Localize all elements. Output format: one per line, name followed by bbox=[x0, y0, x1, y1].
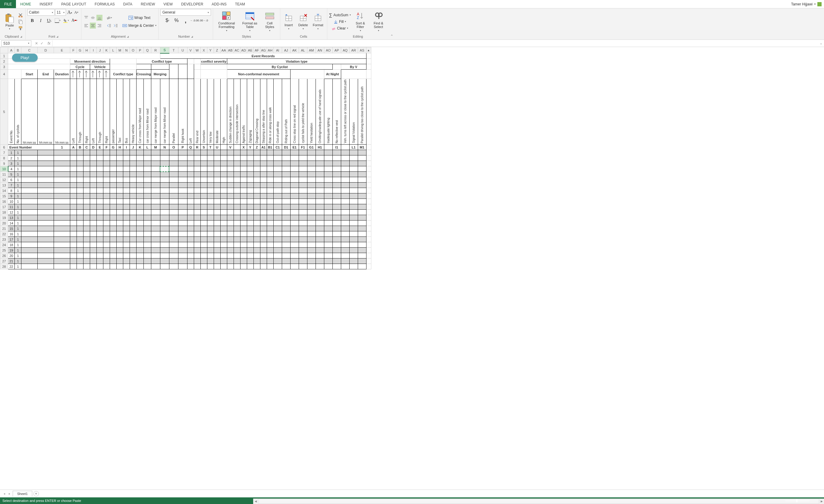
cell[interactable] bbox=[324, 248, 332, 253]
cell[interactable] bbox=[123, 177, 130, 182]
cell[interactable] bbox=[117, 177, 123, 182]
cell[interactable] bbox=[240, 242, 247, 248]
cell[interactable] bbox=[316, 166, 324, 172]
cell[interactable] bbox=[144, 242, 151, 248]
cell[interactable] bbox=[77, 237, 84, 242]
cell[interactable] bbox=[233, 182, 240, 188]
cell[interactable] bbox=[200, 204, 207, 210]
cell[interactable] bbox=[21, 161, 38, 166]
grow-font-button[interactable]: A▴ bbox=[67, 9, 73, 15]
cell[interactable] bbox=[169, 253, 178, 258]
row-header[interactable]: 11 bbox=[0, 172, 8, 177]
border-button[interactable]: ▾ bbox=[55, 17, 61, 23]
cell[interactable] bbox=[267, 172, 273, 177]
cut-button[interactable] bbox=[17, 12, 23, 18]
column-header[interactable]: AP bbox=[332, 47, 341, 53]
cell[interactable] bbox=[358, 242, 366, 248]
play-button[interactable]: Play! bbox=[12, 53, 38, 62]
cell[interactable] bbox=[160, 161, 169, 166]
cell[interactable] bbox=[290, 210, 299, 215]
cell[interactable] bbox=[160, 199, 169, 204]
cell[interactable] bbox=[151, 194, 160, 199]
cell[interactable] bbox=[267, 237, 273, 242]
cell[interactable] bbox=[130, 248, 136, 253]
cell[interactable] bbox=[70, 237, 77, 242]
column-header[interactable]: A bbox=[8, 47, 15, 53]
cell[interactable] bbox=[220, 231, 227, 237]
cell[interactable] bbox=[90, 258, 97, 264]
cell[interactable] bbox=[103, 161, 110, 166]
spreadsheet-grid[interactable]: Play! ABCDEFGHIJKLMNOPQRSTUVWXYZAAABACAD… bbox=[0, 47, 824, 490]
cell[interactable] bbox=[324, 172, 332, 177]
cell[interactable] bbox=[123, 210, 130, 215]
cell[interactable] bbox=[84, 253, 90, 258]
row-header[interactable]: 12 bbox=[0, 177, 8, 182]
cell[interactable] bbox=[103, 215, 110, 221]
cell[interactable] bbox=[130, 210, 136, 215]
cell[interactable] bbox=[136, 210, 144, 215]
cell[interactable] bbox=[187, 161, 194, 166]
decrease-decimal-button[interactable]: .00→.0 bbox=[201, 17, 207, 23]
row-header[interactable]: 21 bbox=[0, 226, 8, 231]
cell[interactable] bbox=[194, 264, 200, 269]
cell[interactable] bbox=[77, 155, 84, 161]
cell[interactable] bbox=[84, 182, 90, 188]
cell[interactable] bbox=[84, 242, 90, 248]
cell[interactable] bbox=[117, 237, 123, 242]
cell[interactable] bbox=[110, 210, 117, 215]
cell[interactable] bbox=[324, 242, 332, 248]
cell[interactable] bbox=[273, 194, 282, 199]
cell[interactable] bbox=[253, 166, 260, 172]
tab-home[interactable]: HOME bbox=[16, 0, 35, 8]
cell[interactable] bbox=[260, 248, 267, 253]
cell[interactable] bbox=[21, 210, 38, 215]
cell[interactable] bbox=[207, 161, 214, 166]
cell[interactable] bbox=[178, 221, 187, 226]
horizontal-scrollbar[interactable]: ◀▶ bbox=[253, 499, 824, 504]
cell[interactable] bbox=[136, 231, 144, 237]
cell[interactable] bbox=[240, 194, 247, 199]
cell[interactable] bbox=[267, 155, 273, 161]
cell[interactable] bbox=[117, 210, 123, 215]
cell[interactable] bbox=[110, 253, 117, 258]
cell[interactable] bbox=[341, 188, 349, 194]
cell[interactable] bbox=[90, 172, 97, 177]
cell[interactable] bbox=[169, 150, 178, 155]
cell[interactable] bbox=[299, 172, 307, 177]
cell[interactable] bbox=[144, 258, 151, 264]
cell[interactable] bbox=[90, 242, 97, 248]
cell[interactable] bbox=[144, 221, 151, 226]
cell[interactable] bbox=[21, 177, 38, 182]
cell[interactable] bbox=[247, 204, 253, 210]
cell[interactable] bbox=[178, 172, 187, 177]
cell[interactable] bbox=[273, 177, 282, 182]
cell[interactable] bbox=[77, 177, 84, 182]
cell[interactable] bbox=[194, 253, 200, 258]
cell[interactable] bbox=[144, 161, 151, 166]
cell[interactable] bbox=[341, 172, 349, 177]
cell[interactable] bbox=[227, 204, 233, 210]
cell[interactable] bbox=[178, 226, 187, 231]
cell[interactable] bbox=[144, 204, 151, 210]
cell[interactable] bbox=[200, 210, 207, 215]
cell[interactable] bbox=[160, 248, 169, 253]
cell[interactable] bbox=[194, 188, 200, 194]
cell[interactable] bbox=[38, 226, 54, 231]
cell[interactable] bbox=[207, 264, 214, 269]
cell[interactable] bbox=[160, 221, 169, 226]
cell[interactable] bbox=[260, 199, 267, 204]
cell[interactable] bbox=[324, 194, 332, 199]
cell[interactable] bbox=[77, 204, 84, 210]
cell[interactable] bbox=[70, 155, 77, 161]
cell[interactable] bbox=[144, 194, 151, 199]
cell[interactable] bbox=[324, 204, 332, 210]
cell[interactable] bbox=[130, 221, 136, 226]
cell[interactable] bbox=[38, 150, 54, 155]
cell[interactable] bbox=[324, 231, 332, 237]
cell[interactable] bbox=[77, 150, 84, 155]
cell[interactable] bbox=[70, 199, 77, 204]
cell[interactable] bbox=[136, 182, 144, 188]
cell[interactable] bbox=[97, 194, 103, 199]
cell[interactable] bbox=[21, 194, 38, 199]
expand-formula-bar-button[interactable]: ⌄ bbox=[818, 41, 824, 45]
